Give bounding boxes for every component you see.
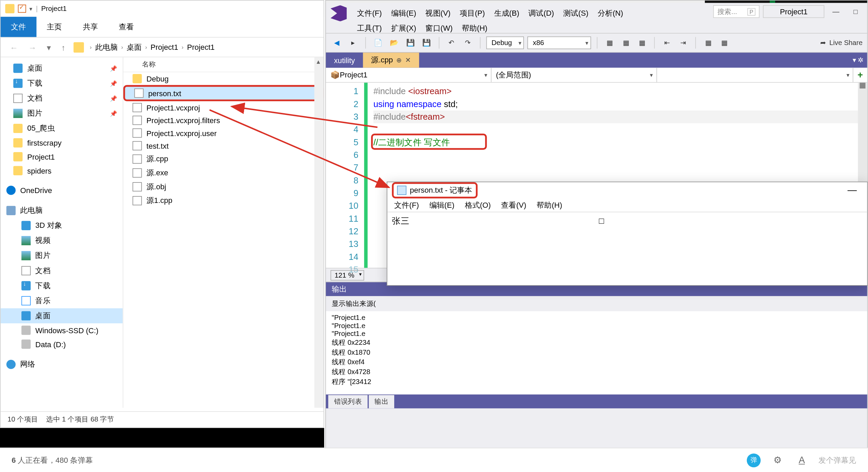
live-share-button[interactable]: ➦Live Share <box>820 39 863 47</box>
explorer-titlebar[interactable]: ▾ | Project1 <box>1 1 324 17</box>
tree-disk-d[interactable]: Data (D:) <box>1 337 123 351</box>
np-menu-format[interactable]: 格式(O) <box>460 199 495 211</box>
undo-button[interactable]: ↶ <box>445 36 458 49</box>
forward-button[interactable]: ▸ <box>347 36 359 49</box>
ribbon-tab-view[interactable]: 查看 <box>108 17 144 37</box>
menu-help[interactable]: 帮助(H) <box>457 21 492 35</box>
font-style-button[interactable]: A <box>794 453 809 468</box>
scrollbar[interactable] <box>314 57 324 408</box>
pin-icon[interactable]: ⊕ <box>396 56 401 64</box>
tree-folder-firstscrapy[interactable]: firstscrapy <box>1 136 123 150</box>
breadcrumb-project1[interactable]: Project1 <box>151 43 178 51</box>
project-combo[interactable]: 📦 Project1 <box>326 68 492 82</box>
breadcrumb-sep-icon[interactable]: › <box>182 44 184 50</box>
tree-folder-project1[interactable]: Project1 <box>1 150 123 164</box>
menu-project[interactable]: 项目(P) <box>455 6 490 20</box>
split-button[interactable]: + <box>853 68 867 82</box>
column-header-name[interactable]: 名称 <box>123 57 324 72</box>
file-row-test-txt[interactable]: test.txt <box>123 139 324 152</box>
tab-source-cpp[interactable]: 源.cpp⊕✕ <box>363 53 419 68</box>
menu-window[interactable]: 窗口(W) <box>421 21 457 35</box>
notepad-content[interactable]: 张三 □ <box>387 212 867 230</box>
ribbon-tab-share[interactable]: 共享 <box>72 17 108 37</box>
menu-build[interactable]: 生成(B) <box>489 6 524 20</box>
maximize-button[interactable]: □ <box>848 5 864 18</box>
search-input[interactable]: 搜索...P <box>713 5 760 18</box>
tab-error-list[interactable]: 错误列表 <box>328 395 368 408</box>
ribbon-tab-home[interactable]: 主页 <box>37 17 72 37</box>
toolbar-icon[interactable]: ▦ <box>603 36 616 49</box>
tree-network[interactable]: 网络 <box>1 357 123 372</box>
breadcrumb-this-pc[interactable]: 此电脑 <box>95 42 118 53</box>
file-row-source1-cpp[interactable]: 源1.cpp <box>123 194 324 208</box>
tab-xutility[interactable]: xutility <box>326 53 363 68</box>
nav-forward-button[interactable]: → <box>26 40 39 54</box>
breadcrumb-sep-icon[interactable]: › <box>121 44 123 50</box>
uncomment-button[interactable]: ▦ <box>718 36 731 49</box>
tree-3d-objects[interactable]: 3D 对象 <box>1 218 123 233</box>
file-row-user[interactable]: Project1.vcxproj.user <box>123 127 324 139</box>
tab-dropdown-icon[interactable]: ▾ ✲ <box>853 56 864 64</box>
output-text[interactable]: "Project1.e "Project1.e "Project1.e 线程 0… <box>326 311 867 394</box>
tree-downloads2[interactable]: 下载 <box>1 278 123 293</box>
breadcrumb-sep-icon[interactable]: › <box>145 44 147 50</box>
tree-folder-spiders[interactable]: spiders <box>1 164 123 178</box>
redo-button[interactable]: ↷ <box>461 36 474 49</box>
open-button[interactable]: 📂 <box>388 36 400 49</box>
indent-left-button[interactable]: ⇤ <box>661 36 673 49</box>
tree-documents[interactable]: 文档📌 <box>1 91 123 106</box>
video-progress[interactable] <box>0 428 324 448</box>
zoom-combo[interactable]: 121 % <box>330 270 364 280</box>
tree-pictures2[interactable]: 图片 <box>1 248 123 263</box>
file-row-debug[interactable]: Debug <box>123 72 324 85</box>
solution-name[interactable]: Project1 <box>763 5 824 18</box>
config-dropdown[interactable]: Debug <box>486 36 524 49</box>
tree-disk-c[interactable]: Windows-SSD (C:) <box>1 323 123 337</box>
file-row-filters[interactable]: Project1.vcxproj.filters <box>123 114 324 127</box>
menu-view[interactable]: 视图(V) <box>421 6 455 20</box>
breadcrumb-sep-icon[interactable]: › <box>90 44 92 50</box>
toolbar-icon[interactable]: ▦ <box>620 36 632 49</box>
tree-desktop2[interactable]: 桌面 <box>1 308 123 323</box>
ribbon-tab-file[interactable]: 文件 <box>1 17 37 37</box>
menu-edit[interactable]: 编辑(E) <box>386 6 421 20</box>
np-menu-edit[interactable]: 编辑(E) <box>425 199 459 211</box>
danmu-settings-icon[interactable]: ⚙ <box>770 453 785 468</box>
new-project-button[interactable]: 📄 <box>372 36 384 49</box>
toolbar-icon[interactable]: ▦ <box>636 36 649 49</box>
minimize-button[interactable]: — <box>842 185 863 196</box>
indent-right-button[interactable]: ⇥ <box>677 36 689 49</box>
tree-this-pc[interactable]: 此电脑 <box>1 203 123 218</box>
danmu-toggle[interactable]: 弹 <box>747 453 761 467</box>
file-row-person-txt[interactable]: person.txt <box>123 85 324 101</box>
notepad-titlebar[interactable]: person.txt - 记事本 — <box>387 182 867 198</box>
platform-dropdown[interactable]: x86 <box>528 36 592 49</box>
save-button[interactable]: 💾 <box>404 36 417 49</box>
np-menu-view[interactable]: 查看(V) <box>497 199 531 211</box>
tree-desktop[interactable]: 桌面📌 <box>1 61 123 76</box>
nav-up-button[interactable]: ↑ <box>59 40 68 54</box>
np-menu-help[interactable]: 帮助(H) <box>532 199 567 211</box>
breadcrumb-project1-inner[interactable]: Project1 <box>187 43 215 51</box>
breadcrumb-desktop[interactable]: 桌面 <box>127 42 142 53</box>
nav-back-button[interactable]: ← <box>8 40 20 54</box>
output-source-label[interactable]: 显示输出来源( <box>326 296 867 311</box>
back-button[interactable]: ◀ <box>330 36 343 49</box>
file-row-source-obj[interactable]: 源.obj <box>123 180 324 194</box>
menu-debug[interactable]: 调试(D) <box>524 6 559 20</box>
tree-videos[interactable]: 视频 <box>1 233 123 248</box>
menu-extensions[interactable]: 扩展(X) <box>386 21 421 35</box>
menu-file[interactable]: 文件(F) <box>353 6 386 20</box>
file-row-vcxproj[interactable]: Project1.vcxproj <box>123 101 324 114</box>
qat-dropdown-icon[interactable]: ▾ <box>29 5 32 12</box>
tree-pictures[interactable]: 图片📌 <box>1 106 123 121</box>
file-row-source-exe[interactable]: 源.exe <box>123 166 324 180</box>
minimize-button[interactable]: — <box>828 5 844 18</box>
comment-button[interactable]: ▦ <box>702 36 714 49</box>
qat-check-icon[interactable] <box>18 5 26 13</box>
tree-music[interactable]: 音乐 <box>1 293 123 308</box>
member-combo[interactable] <box>657 68 853 82</box>
danmu-input-placeholder[interactable]: 发个弹幕见 <box>819 455 856 466</box>
tab-output[interactable]: 输出 <box>369 395 394 408</box>
tree-documents2[interactable]: 文档 <box>1 263 123 278</box>
